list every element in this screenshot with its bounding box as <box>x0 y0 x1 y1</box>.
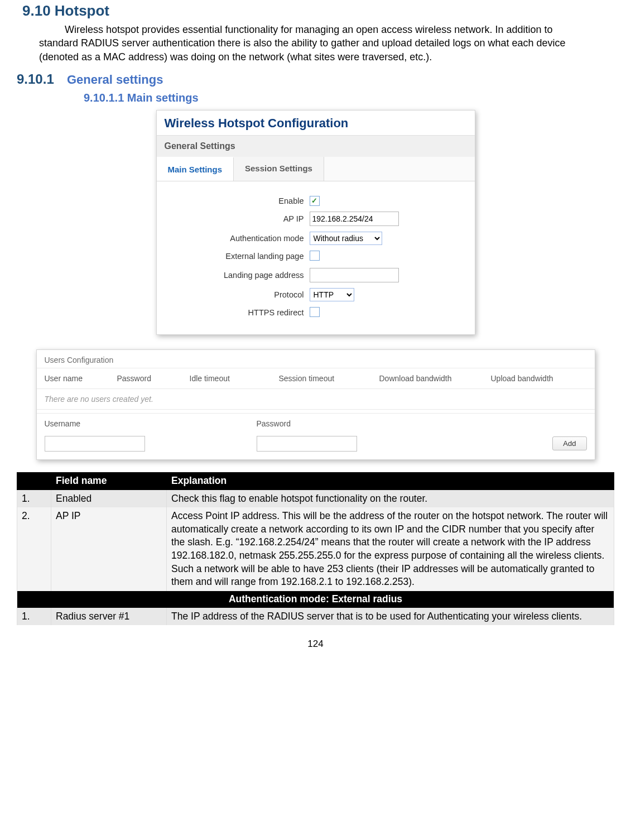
heading-main-settings: 9.10.1.1 Main settings <box>84 92 614 104</box>
enable-label: Enable <box>165 196 310 205</box>
table-row: 2. AP IP Access Point IP address. This w… <box>17 507 614 591</box>
landingaddr-label: Landing page address <box>165 271 310 280</box>
cell-expl: The IP address of the RADIUS server that… <box>167 608 614 626</box>
extlanding-checkbox[interactable] <box>310 251 320 261</box>
users-empty-message: There are no users created yet. <box>37 388 595 409</box>
table-section-header: Authentication mode: External radius <box>17 591 614 608</box>
authmode-label: Authentication mode <box>165 234 310 243</box>
cell-num: 2. <box>17 507 51 591</box>
users-table-header: User name Password Idle timeout Session … <box>37 368 595 388</box>
panel-subtitle: General Settings <box>157 136 475 157</box>
apip-label: AP IP <box>165 214 310 223</box>
add-password-input[interactable] <box>257 436 357 452</box>
users-config-panel: Users Configuration User name Password I… <box>36 349 595 460</box>
wireless-hotspot-config-panel: Wireless Hotspot Configuration General S… <box>156 110 475 335</box>
th-blank <box>17 472 51 489</box>
httpsredirect-label: HTTPS redirect <box>165 308 310 317</box>
heading-general-settings-row: 9.10.1 General settings <box>17 71 614 87</box>
col-download-bw: Download bandwidth <box>379 374 491 383</box>
apip-input[interactable] <box>310 212 399 226</box>
field-description-table: Field name Explanation 1. Enabled Check … <box>17 472 614 625</box>
table-row: 1. Radius server #1 The IP address of th… <box>17 608 614 626</box>
th-explanation: Explanation <box>167 472 614 489</box>
tab-main-settings[interactable]: Main Settings <box>157 157 234 181</box>
add-username-label: Username <box>45 419 257 428</box>
col-session-timeout: Session timeout <box>279 374 379 383</box>
auth-ext-radius-header: Authentication mode: External radius <box>17 591 614 608</box>
heading-hotspot: 9.10 Hotspot <box>22 2 614 20</box>
httpsredirect-checkbox[interactable] <box>310 307 320 317</box>
enable-checkbox[interactable]: ✓ <box>310 196 320 206</box>
tabs: Main Settings Session Settings <box>157 157 475 181</box>
intro-text: Wireless hotspot provides essential func… <box>39 24 566 63</box>
cell-field: Enabled <box>51 489 167 507</box>
users-config-title: Users Configuration <box>37 350 595 368</box>
cell-expl: Check this flag to enable hotspot functi… <box>167 489 614 507</box>
protocol-select[interactable]: HTTP <box>310 288 354 301</box>
add-user-button[interactable]: Add <box>552 436 586 450</box>
add-password-label: Password <box>257 419 587 428</box>
heading-number: 9.10.1 <box>17 71 67 87</box>
th-fieldname: Field name <box>51 472 167 489</box>
cell-field: Radius server #1 <box>51 608 167 626</box>
col-upload-bw: Upload bandwidth <box>491 374 580 383</box>
cell-expl: Access Point IP address. This will be th… <box>167 507 614 591</box>
protocol-label: Protocol <box>165 290 310 299</box>
heading-general-settings: General settings <box>67 73 163 87</box>
cell-num: 1. <box>17 608 51 626</box>
cell-field: AP IP <box>51 507 167 591</box>
col-idle-timeout: Idle timeout <box>190 374 279 383</box>
table-row: 1. Enabled Check this flag to enable hot… <box>17 489 614 507</box>
landingaddr-input[interactable] <box>310 268 399 282</box>
page-number: 124 <box>17 639 614 650</box>
intro-paragraph: Wireless hotspot provides essential func… <box>39 23 592 64</box>
col-password: Password <box>117 374 190 383</box>
col-username: User name <box>45 374 117 383</box>
extlanding-label: External landing page <box>165 252 310 261</box>
tab-session-settings[interactable]: Session Settings <box>234 157 324 181</box>
form-area: Enable ✓ AP IP Authentication mode Witho… <box>157 181 475 334</box>
add-username-input[interactable] <box>45 436 145 452</box>
add-user-labels: Username Password <box>37 413 595 434</box>
authmode-select[interactable]: Without radius <box>310 232 382 245</box>
cell-num: 1. <box>17 489 51 507</box>
panel-title: Wireless Hotspot Configuration <box>157 111 475 136</box>
